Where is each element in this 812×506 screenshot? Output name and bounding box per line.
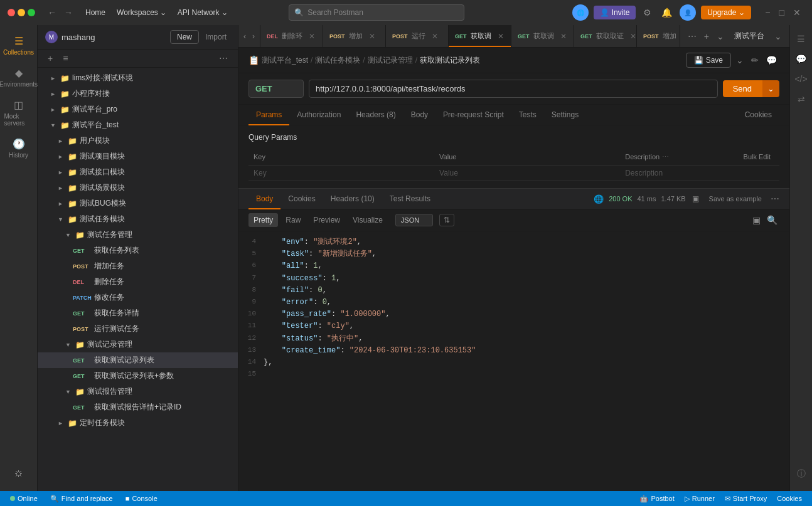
sidebar-item-history[interactable]: 🕐 History bbox=[2, 133, 36, 164]
profile-avatar[interactable]: 👤 bbox=[680, 4, 696, 21]
postbot-item[interactable]: 🤖 Postbot bbox=[637, 495, 676, 503]
format-select[interactable]: JSON XML HTML Text bbox=[395, 214, 433, 226]
tree-item-run-task[interactable]: POST 运行测试任务 bbox=[38, 321, 238, 337]
online-status[interactable]: Online bbox=[8, 495, 40, 502]
value-input[interactable] bbox=[439, 169, 615, 177]
tab-close-btn[interactable]: ✕ bbox=[496, 31, 505, 41]
format-tab-pretty[interactable]: Pretty bbox=[248, 213, 278, 227]
search-response-btn[interactable]: 🔍 bbox=[765, 213, 779, 227]
sidebar-item-environments[interactable]: ◆ Environments bbox=[2, 62, 36, 93]
invite-btn[interactable]: 👤 Invite bbox=[594, 6, 636, 19]
find-replace-item[interactable]: 🔍 Find and replace bbox=[48, 495, 115, 503]
tree-item-lims[interactable]: ► 📁 lims对接-测试环境 bbox=[38, 70, 238, 86]
workspace-dropdown-btn[interactable]: ⌄ bbox=[772, 30, 784, 43]
cookies-status-item[interactable]: Cookies bbox=[774, 495, 804, 503]
sidebar-item-mock-servers[interactable]: ◫ Mock servers bbox=[2, 94, 36, 132]
more-options-btn[interactable]: ⋯ bbox=[216, 52, 230, 65]
breadcrumb-item-2[interactable]: 测试任务模块 bbox=[315, 55, 360, 66]
tab-nav-next-btn[interactable]: › bbox=[250, 31, 257, 42]
req-tab-settings[interactable]: Settings bbox=[544, 105, 586, 125]
tab-get-fetch2[interactable]: GET 获取调 ✕ bbox=[511, 25, 574, 47]
resp-tab-body[interactable]: Body bbox=[248, 189, 280, 209]
tab-close-btn[interactable]: ✕ bbox=[307, 31, 316, 41]
more-tabs-btn[interactable]: ⋯ bbox=[685, 30, 699, 43]
import-btn[interactable]: Import bbox=[201, 30, 230, 44]
req-tab-body[interactable]: Body bbox=[403, 105, 435, 125]
close-btn[interactable]: ✕ bbox=[789, 6, 804, 19]
comment-btn[interactable]: 💬 bbox=[764, 53, 779, 68]
save-example-btn[interactable]: Save as example bbox=[705, 192, 766, 205]
send-btn[interactable]: Send bbox=[723, 80, 762, 97]
req-tab-pre-request[interactable]: Pre-request Script bbox=[435, 105, 511, 125]
tab-get-fetch-active[interactable]: GET 获取调 ✕ bbox=[449, 25, 511, 47]
tab-close-btn[interactable]: ✕ bbox=[430, 31, 439, 41]
tree-item-get-tasks[interactable]: GET 获取任务列表 bbox=[38, 243, 238, 258]
format-tab-visualize[interactable]: Visualize bbox=[348, 213, 388, 227]
right-panel-info-btn[interactable]: ⓘ bbox=[793, 465, 809, 483]
key-input[interactable] bbox=[254, 169, 429, 177]
right-panel-code-btn[interactable]: </> bbox=[791, 70, 811, 88]
tree-item-mini[interactable]: ► 📁 小程序对接 bbox=[38, 86, 238, 102]
sidebar-item-collections[interactable]: ☰ Collections bbox=[2, 30, 36, 61]
resp-tab-headers[interactable]: Headers (10) bbox=[323, 189, 382, 209]
send-dropdown-btn[interactable]: ⌄ bbox=[762, 80, 779, 97]
minimize-window-btn[interactable] bbox=[18, 9, 25, 16]
req-tab-cookies[interactable]: Cookies bbox=[737, 105, 779, 125]
save-dropdown-btn[interactable]: ⌄ bbox=[734, 53, 746, 68]
sidebar-item-add[interactable]: ⛭ bbox=[2, 463, 36, 485]
search-bar[interactable]: 🔍 Search Postman bbox=[289, 4, 464, 21]
tree-item-get-records[interactable]: GET 获取测试记录列表 bbox=[38, 352, 238, 368]
tree-item-schedule[interactable]: ► 📁 定时任务模块 bbox=[38, 415, 238, 431]
resp-tab-test-results[interactable]: Test Results bbox=[382, 189, 438, 209]
right-panel-chat-btn[interactable]: 💬 bbox=[792, 50, 810, 68]
format-tab-preview[interactable]: Preview bbox=[308, 213, 345, 227]
minimize-btn[interactable]: − bbox=[761, 6, 774, 19]
method-select[interactable]: GET POST PUT DELETE PATCH bbox=[248, 80, 304, 98]
right-panel-arrows-btn[interactable]: ⇄ bbox=[794, 90, 809, 108]
url-input[interactable] bbox=[309, 80, 718, 98]
start-proxy-item[interactable]: ✉ Start Proxy bbox=[722, 495, 769, 503]
tree-item-user[interactable]: ► 📁 用户模块 bbox=[38, 133, 238, 149]
sort-icon-btn[interactable]: ⇅ bbox=[439, 214, 454, 226]
tabs-dropdown-btn[interactable]: ⌄ bbox=[714, 30, 727, 43]
tab-post-add2[interactable]: POST 增加 ✕ bbox=[637, 25, 680, 47]
close-window-btn[interactable] bbox=[8, 9, 15, 16]
tree-item-task[interactable]: ▼ 📁 测试任务模块 bbox=[38, 211, 238, 227]
console-item[interactable]: ■ Console bbox=[123, 495, 160, 502]
tab-del-env[interactable]: DEL 删除环 ✕ bbox=[260, 25, 323, 47]
new-tab-btn[interactable]: + bbox=[702, 30, 712, 43]
user-avatar[interactable]: 🌐 bbox=[572, 4, 589, 21]
nav-back-btn[interactable]: ← bbox=[45, 5, 59, 20]
tree-item-api[interactable]: ► 📁 测试接口模块 bbox=[38, 164, 238, 180]
home-menu-item[interactable]: Home bbox=[80, 6, 110, 19]
bulk-edit-btn[interactable]: Bulk Edit bbox=[740, 152, 774, 162]
tree-item-record-mgmt[interactable]: ▼ 📁 测试记录管理 bbox=[38, 337, 238, 352]
tab-close-btn[interactable]: ✕ bbox=[368, 31, 377, 41]
add-folder-btn[interactable]: + bbox=[45, 52, 55, 65]
tab-close-btn[interactable]: ✕ bbox=[559, 31, 568, 41]
tab-get-fetch3[interactable]: GET 获取取证 ✕ bbox=[574, 25, 637, 47]
tree-item-proj[interactable]: ► 📁 测试项目模块 bbox=[38, 149, 238, 164]
nav-forward-btn[interactable]: → bbox=[61, 5, 75, 20]
tree-item-scene[interactable]: ► 📁 测试场景模块 bbox=[38, 180, 238, 196]
tree-item-pro[interactable]: ► 📁 测试平台_pro bbox=[38, 102, 238, 117]
req-tab-tests[interactable]: Tests bbox=[511, 105, 544, 125]
tab-post-run[interactable]: POST 运行 ✕ bbox=[386, 25, 449, 47]
tree-item-bug[interactable]: ► 📁 测试BUG模块 bbox=[38, 196, 238, 211]
new-collection-btn[interactable]: New bbox=[170, 30, 199, 44]
description-input[interactable] bbox=[625, 169, 774, 177]
settings-btn[interactable]: ⚙ bbox=[641, 5, 654, 20]
breadcrumb-item-3[interactable]: 测试记录管理 bbox=[368, 55, 413, 66]
tab-post-add[interactable]: POST 增加 ✕ bbox=[323, 25, 386, 47]
edit-btn[interactable]: ✏ bbox=[749, 53, 761, 68]
save-btn[interactable]: 💾 Save bbox=[686, 53, 731, 68]
api-network-menu-item[interactable]: API Network ⌄ bbox=[173, 6, 233, 19]
req-tab-headers[interactable]: Headers (8) bbox=[348, 105, 403, 125]
tree-item-patch-task[interactable]: PATCH 修改任务 bbox=[38, 290, 238, 305]
resp-more-options-btn[interactable]: ⋯ bbox=[771, 194, 779, 204]
tab-close-btn[interactable]: ✕ bbox=[629, 31, 638, 41]
breadcrumb-item-1[interactable]: 测试平台_test bbox=[262, 55, 308, 66]
req-tab-params[interactable]: Params bbox=[248, 105, 289, 125]
tree-item-test[interactable]: ▼ 📁 测试平台_test bbox=[38, 117, 238, 133]
tree-item-get-report[interactable]: GET 获取测试报告详情+记录ID bbox=[38, 399, 238, 415]
